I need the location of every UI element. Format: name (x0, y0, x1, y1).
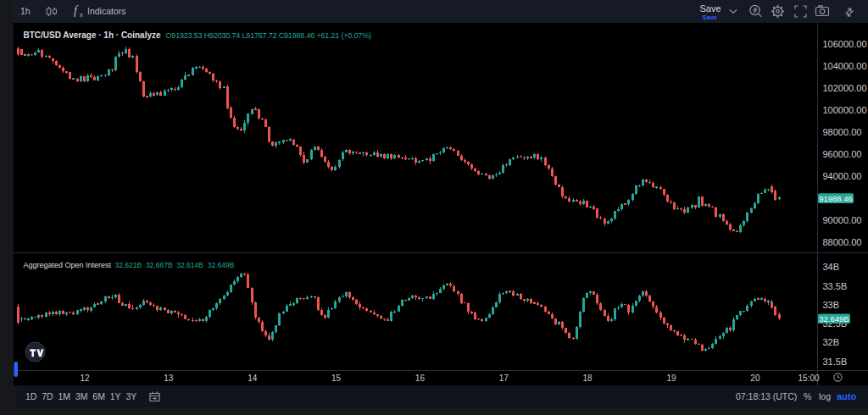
svg-text:18: 18 (583, 374, 593, 383)
svg-text:17: 17 (499, 374, 509, 383)
svg-text:33.5B: 33.5B (823, 281, 848, 291)
svg-text:96000.00: 96000.00 (823, 149, 862, 159)
svg-text:88000.00: 88000.00 (823, 237, 862, 247)
svg-text:31.5B: 31.5B (823, 357, 848, 367)
svg-text:BTC/USD Average · 1h · Coinaly: BTC/USD Average · 1h · Coinalyze (24, 30, 162, 40)
svg-text:102000.00: 102000.00 (823, 83, 867, 93)
svg-text:98000.00: 98000.00 (823, 127, 862, 137)
svg-text:O91923.53 H92030.74 L91767.72: O91923.53 H92030.74 L91767.72 C91988.46 … (166, 31, 371, 40)
svg-text:32.621B 32.667B 32.614B 32.: 32.621B 32.667B 32.614B 32.649B (115, 261, 235, 269)
svg-text:16: 16 (415, 374, 426, 383)
svg-text:90000.00: 90000.00 (823, 215, 862, 225)
svg-text:20: 20 (750, 374, 760, 383)
svg-text:32B: 32B (823, 337, 840, 347)
svg-text:15:00: 15:00 (798, 374, 819, 383)
svg-text:104000.00: 104000.00 (823, 61, 867, 71)
svg-text:32.649B: 32.649B (819, 314, 849, 324)
svg-text:15: 15 (331, 374, 342, 383)
svg-text:Aggregated Open Interest: Aggregated Open Interest (24, 261, 112, 269)
svg-text:14: 14 (248, 374, 258, 383)
svg-text:106000.00: 106000.00 (823, 39, 867, 49)
svg-text:33B: 33B (823, 300, 840, 310)
svg-text:34B: 34B (823, 262, 840, 272)
svg-text:94000.00: 94000.00 (823, 171, 862, 181)
svg-text:91988.46: 91988.46 (819, 194, 853, 203)
svg-text:12: 12 (80, 374, 90, 383)
svg-text:13: 13 (164, 374, 174, 383)
svg-text:19: 19 (666, 374, 676, 383)
svg-text:100000.00: 100000.00 (823, 105, 867, 115)
